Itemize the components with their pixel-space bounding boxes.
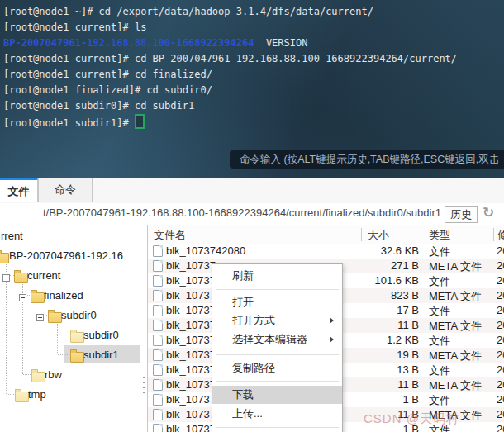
collapse-icon[interactable]: [19, 294, 26, 301]
submenu-arrow-icon: [330, 317, 334, 324]
file-size: 11 B: [346, 378, 419, 391]
terminal-line: [root@node1 current]# cd finalized/: [3, 67, 212, 83]
tree-item-current-root[interactable]: rrent: [0, 227, 140, 247]
file-size: 19 B: [346, 349, 419, 361]
column-header-type[interactable]: 类型: [429, 228, 450, 243]
collapse-icon[interactable]: [2, 274, 10, 282]
file-type: META 文件: [429, 378, 482, 393]
table-row[interactable]: blk_107374208032.6 KB文件20: [148, 244, 504, 259]
file-icon: [153, 379, 163, 391]
folder-tree: rrent BP-2007047961-192.16 current final…: [0, 225, 140, 432]
terminal-prompt: [root@node1 subdir1]#: [3, 114, 145, 131]
file-type: 文件: [429, 304, 450, 319]
file-type: 文件: [429, 274, 450, 289]
menu-item-open[interactable]: 打开: [212, 293, 342, 311]
file-size: 11 B: [346, 319, 419, 331]
tree-item-rbw[interactable]: rbw: [0, 366, 140, 386]
file-icon: [153, 305, 163, 316]
collapse-icon[interactable]: [36, 314, 44, 321]
file-modified: 20: [497, 363, 504, 376]
menu-item-choose-editor[interactable]: 选择文本编辑器: [212, 330, 342, 349]
terminal[interactable]: [root@node1 ~]# cd /export/data/hadoop-3…: [0, 0, 504, 178]
context-menu: 刷新 打开 打开方式 选择文本编辑器 复制路径 下载 上传...: [212, 263, 343, 432]
tree-item-subdir0-parent[interactable]: subdir0: [0, 306, 140, 326]
file-size: 32.6 KB: [346, 244, 419, 257]
file-modified: 20: [497, 319, 504, 331]
command-input-hint: 命令输入 (按ALT键提示历史,TAB键路径,ESC键返回,双击: [230, 150, 504, 169]
file-size: 271 B: [346, 259, 419, 272]
file-size: 823 B: [346, 289, 419, 301]
file-type: 文件: [429, 334, 450, 349]
sort-ascending-icon: ▲: [177, 230, 183, 237]
folder-icon: [48, 312, 62, 323]
tab-commands[interactable]: 命令: [38, 178, 93, 202]
file-icon: [153, 320, 163, 331]
file-name: blk_1073742080: [166, 244, 356, 257]
terminal-line: [root@node1 ~]# cd /export/data/hadoop-3…: [3, 4, 373, 20]
history-button[interactable]: 历史: [445, 206, 478, 223]
menu-item-upload[interactable]: 上传...: [212, 405, 342, 423]
folder-icon: [15, 392, 29, 402]
folder-icon: [70, 352, 84, 363]
tree-item-tmp[interactable]: tmp: [0, 386, 140, 406]
file-list-header: 文件名 ▲ 大小 类型 修: [148, 225, 504, 244]
path-bar: t/BP-2007047961-192.168.88.100-166892239…: [0, 203, 504, 225]
file-type: META 文件: [429, 259, 482, 274]
file-icon: [153, 394, 163, 406]
file-icon: [153, 349, 163, 361]
terminal-line: BP-2007047961-192.168.88.100-16689223942…: [3, 36, 307, 51]
folder-icon: [14, 273, 28, 283]
tree-item-subdir0[interactable]: subdir0: [0, 326, 140, 346]
file-size: 101.6 KB: [346, 274, 419, 287]
folder-icon: [0, 253, 9, 263]
column-header-modified[interactable]: 修: [497, 228, 504, 243]
menu-item-open-with[interactable]: 打开方式: [212, 311, 342, 330]
terminal-line: [root@node1 subdir0]# cd subdir1: [3, 98, 194, 114]
tree-item-current[interactable]: current: [0, 267, 140, 287]
file-type: META 文件: [429, 289, 482, 304]
tree-item-subdir1-selected[interactable]: subdir1: [0, 346, 140, 366]
file-icon: [153, 260, 163, 272]
tree-item-block-pool[interactable]: BP-2007047961-192.16: [0, 247, 140, 267]
folder-icon: [31, 372, 45, 382]
panel-splitter[interactable]: [142, 373, 145, 398]
file-modified: 20: [497, 244, 504, 257]
path-input[interactable]: t/BP-2007047961-192.168.88.100-166892239…: [2, 207, 441, 221]
terminal-line: [root@node1 finalized]# cd subdir0/: [3, 83, 212, 98]
tree-item-finalized[interactable]: finalized: [0, 287, 140, 306]
file-icon: [153, 290, 163, 301]
column-header-size[interactable]: 大小: [368, 228, 389, 243]
refresh-icon[interactable]: ↻: [483, 204, 494, 221]
menu-item-download[interactable]: 下载: [212, 386, 342, 404]
file-icon: [153, 245, 163, 257]
file-icon: [153, 335, 163, 346]
file-type: 文件: [429, 363, 450, 378]
file-size: 17 B: [346, 304, 419, 316]
file-modified: 20: [497, 423, 504, 432]
file-size: 1 B: [346, 393, 419, 406]
file-icon: [153, 364, 163, 376]
submenu-arrow-icon: [330, 336, 334, 343]
file-type: META 文件: [429, 349, 482, 363]
file-modified: 20: [497, 334, 504, 346]
terminal-line: [root@node1 current]# ls: [3, 20, 146, 36]
file-modified: 20: [497, 408, 504, 420]
file-icon: [153, 409, 163, 420]
menu-item-refresh[interactable]: 刷新: [212, 267, 342, 285]
file-modified: 20: [497, 274, 504, 287]
tab-bar: 文件 命令: [0, 178, 504, 203]
terminal-line: [root@node1 current]# cd BP-2007047961-1…: [3, 51, 457, 67]
file-type: 文件: [429, 393, 450, 408]
terminal-cursor: [135, 114, 145, 129]
ls-file-entry: VERSION: [266, 37, 308, 49]
file-modified: 20: [497, 304, 504, 316]
file-type: 文件: [429, 244, 450, 259]
file-icon: [153, 275, 163, 287]
folder-icon: [31, 292, 45, 303]
file-size: 1.2 KB: [346, 334, 419, 346]
file-size: 13 B: [346, 363, 419, 376]
file-modified: 20: [497, 378, 504, 391]
tab-files[interactable]: 文件: [0, 178, 38, 202]
menu-item-copy-path[interactable]: 复制路径: [212, 359, 342, 377]
file-modified: 20: [497, 393, 504, 406]
